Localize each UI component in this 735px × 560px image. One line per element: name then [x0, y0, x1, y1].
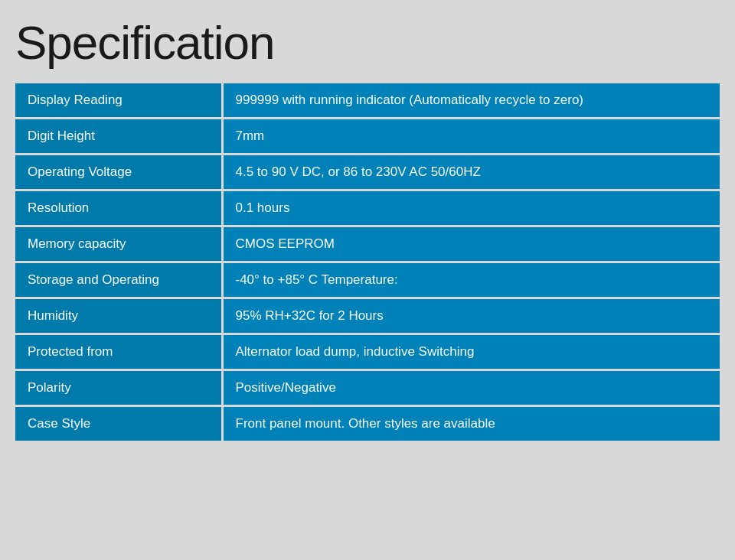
table-row: Resolution0.1 hours: [15, 190, 720, 226]
spec-label: Protected from: [15, 334, 222, 370]
table-row: Digit Height7mm: [15, 119, 720, 155]
spec-value: 0.1 hours: [222, 190, 720, 226]
spec-label: Humidity: [15, 298, 222, 334]
spec-value: Front panel mount. Other styles are avai…: [222, 406, 720, 441]
table-row: Protected fromAlternator load dump, indu…: [15, 334, 720, 370]
spec-label: Display Reading: [15, 83, 222, 119]
table-row: Humidity95% RH+32C for 2 Hours: [15, 298, 720, 334]
spec-value: 4.5 to 90 V DC, or 86 to 230V AC 50/60HZ: [222, 155, 720, 190]
spec-label: Digit Height: [15, 119, 222, 155]
spec-value: -40° to +85° C Temperature:: [222, 262, 720, 298]
table-row: Operating Voltage4.5 to 90 V DC, or 86 t…: [15, 155, 720, 190]
spec-label: Storage and Operating: [15, 262, 222, 298]
spec-value: 7mm: [222, 119, 720, 155]
spec-value: Positive/Negative: [222, 370, 720, 406]
spec-label: Case Style: [15, 406, 222, 441]
table-row: Storage and Operating-40° to +85° C Temp…: [15, 262, 720, 298]
spec-value: 95% RH+32C for 2 Hours: [222, 298, 720, 334]
table-row: Case StyleFront panel mount. Other style…: [15, 406, 720, 441]
spec-label: Operating Voltage: [15, 155, 222, 190]
spec-value: Alternator load dump, inductive Switchin…: [222, 334, 720, 370]
spec-label: Memory capacity: [15, 226, 222, 262]
spec-label: Resolution: [15, 190, 222, 226]
spec-label: Polarity: [15, 370, 222, 406]
specification-table: Display Reading999999 with running indic…: [15, 83, 720, 441]
page-title: Specification: [15, 15, 720, 70]
table-row: Display Reading999999 with running indic…: [15, 83, 720, 119]
spec-value: 999999 with running indicator (Automatic…: [222, 83, 720, 119]
table-row: PolarityPositive/Negative: [15, 370, 720, 406]
spec-value: CMOS EEPROM: [222, 226, 720, 262]
table-row: Memory capacityCMOS EEPROM: [15, 226, 720, 262]
